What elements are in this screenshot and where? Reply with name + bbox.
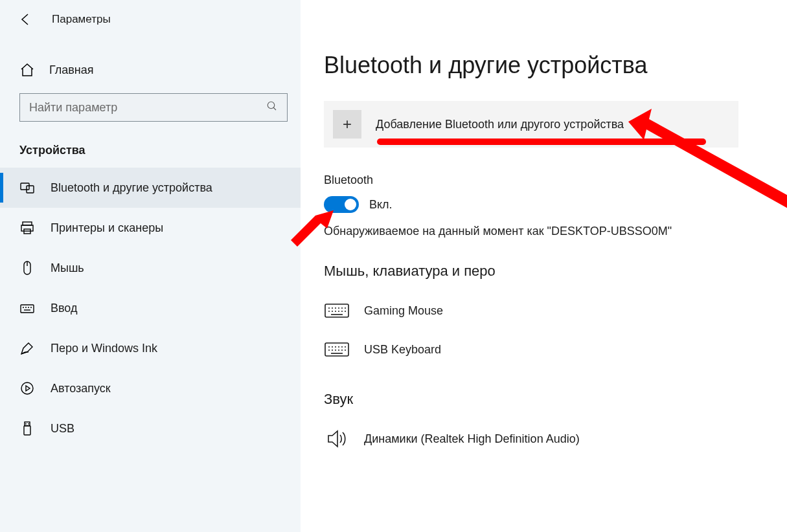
typing-icon	[19, 300, 35, 316]
svg-rect-33	[325, 343, 348, 356]
page-title: Bluetooth и другие устройства	[324, 52, 787, 79]
svg-rect-8	[21, 305, 34, 313]
annotation-underline	[377, 139, 706, 145]
svg-rect-1	[21, 183, 29, 190]
svg-rect-19	[325, 304, 348, 317]
bluetooth-toggle-state: Вкл.	[369, 198, 393, 212]
sidebar-item-label: Мышь	[51, 261, 84, 275]
sidebar-item-label: Принтеры и сканеры	[51, 221, 163, 235]
device-row[interactable]: USB Keyboard	[324, 330, 787, 369]
sidebar-item-label: Bluetooth и другие устройства	[51, 181, 212, 195]
sidebar-item-usb[interactable]: USB	[0, 408, 301, 449]
printer-icon	[19, 220, 35, 236]
sidebar-section-title: Устройства	[0, 127, 301, 168]
sidebar-home[interactable]: Главная	[0, 53, 301, 87]
usb-icon	[19, 421, 35, 436]
category-sound: Звук	[324, 391, 787, 408]
back-button[interactable]	[18, 12, 34, 27]
sidebar-item-label: Автозапуск	[51, 382, 111, 395]
keyboard-icon	[324, 338, 350, 360]
search-input[interactable]	[29, 101, 266, 115]
svg-rect-4	[21, 225, 33, 231]
sidebar-item-autoplay[interactable]: Автозапуск	[0, 368, 301, 408]
sidebar-item-mouse[interactable]: Мышь	[0, 248, 301, 288]
app-title: Параметры	[52, 13, 111, 26]
device-row[interactable]: Динамики (Realtek High Definition Audio)	[324, 419, 787, 458]
device-name: Gaming Mouse	[364, 304, 443, 318]
sidebar-item-pen[interactable]: Перо и Windows Ink	[0, 328, 301, 368]
devices-icon	[19, 180, 35, 195]
pen-icon	[19, 340, 35, 356]
home-icon	[19, 62, 35, 78]
plus-icon: +	[333, 110, 361, 139]
speaker-icon	[324, 428, 350, 450]
add-device-label: Добавление Bluetooth или другого устройс…	[376, 118, 624, 131]
sidebar-item-label: Ввод	[51, 302, 77, 315]
device-name: USB Keyboard	[364, 343, 441, 357]
main-content: Bluetooth и другие устройства + Добавлен…	[324, 0, 787, 458]
sidebar-home-label: Главная	[49, 63, 94, 77]
svg-point-0	[268, 102, 275, 109]
svg-rect-15	[25, 422, 30, 426]
search-settings[interactable]	[19, 93, 288, 122]
sidebar-item-label: Перо и Windows Ink	[51, 342, 157, 355]
svg-rect-16	[24, 426, 30, 435]
discoverable-text: Обнаруживаемое на данный момент как "DES…	[324, 225, 787, 238]
svg-point-14	[21, 382, 33, 394]
svg-rect-3	[23, 222, 32, 225]
device-row[interactable]: Gaming Mouse	[324, 291, 787, 330]
device-name: Динамики (Realtek High Definition Audio)	[364, 432, 580, 446]
sidebar-item-printers[interactable]: Принтеры и сканеры	[0, 208, 301, 248]
keyboard-icon	[324, 300, 350, 322]
search-icon	[266, 100, 278, 115]
autoplay-icon	[19, 381, 35, 396]
bluetooth-toggle[interactable]	[324, 196, 359, 213]
bluetooth-section-label: Bluetooth	[324, 173, 787, 187]
sidebar-item-typing[interactable]: Ввод	[0, 288, 301, 328]
settings-sidebar: Параметры Главная Устройства Bluetooth и…	[0, 0, 301, 532]
sidebar-item-bluetooth[interactable]: Bluetooth и другие устройства	[0, 168, 301, 208]
add-device-button[interactable]: + Добавление Bluetooth или другого устро…	[324, 101, 738, 148]
sidebar-item-label: USB	[51, 422, 74, 436]
mouse-icon	[19, 260, 35, 276]
category-mouse-keyboard-pen: Мышь, клавиатура и перо	[324, 263, 787, 280]
